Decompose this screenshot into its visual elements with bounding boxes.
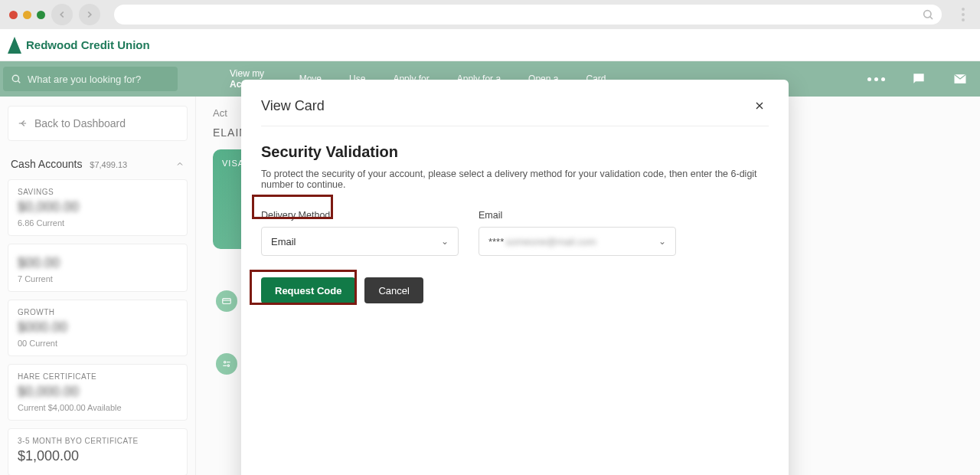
- mail-icon[interactable]: [952, 71, 968, 87]
- email-blurred-part: someone@mail.com: [505, 236, 596, 247]
- account-sub: 6.86 Current: [18, 218, 178, 228]
- account-name: GROWTH: [18, 308, 178, 316]
- svg-point-4: [227, 365, 229, 366]
- account-card[interactable]: 3-5 MONTH BYO CERTIFICATE $1,000.00: [8, 428, 188, 475]
- cash-total: $7,499.13: [90, 160, 127, 169]
- chat-icon[interactable]: [911, 71, 926, 87]
- email-masked: ****: [488, 236, 504, 247]
- security-heading: Security Validation: [261, 143, 769, 161]
- minimize-window-icon[interactable]: [23, 11, 31, 19]
- chevron-down-icon: ⌄: [441, 236, 449, 247]
- back-button[interactable]: [51, 4, 73, 25]
- cancel-button[interactable]: Cancel: [364, 277, 423, 303]
- brand-logo[interactable]: Redwood Credit Union: [8, 37, 150, 54]
- back-to-dashboard[interactable]: Back to Dashboard: [8, 106, 188, 141]
- email-label: Email: [479, 210, 676, 221]
- window-controls: [9, 11, 45, 19]
- svg-point-3: [224, 362, 226, 363]
- account-card[interactable]: HARE CERTIFICATE $0,000.00 Current $4,00…: [8, 364, 188, 421]
- sidebar: Back to Dashboard Cash Accounts $7,499.1…: [0, 97, 196, 475]
- cash-label: Cash Accounts: [11, 158, 82, 170]
- account-sub: 00 Current: [18, 339, 178, 348]
- address-bar[interactable]: [114, 5, 942, 25]
- account-balance: $000.00: [18, 319, 178, 336]
- svg-point-0: [924, 11, 931, 18]
- chevron-up-icon: [175, 159, 185, 169]
- close-icon[interactable]: [750, 97, 769, 115]
- cash-accounts-header[interactable]: Cash Accounts $7,499.13: [8, 152, 188, 179]
- arrow-left-icon: [18, 118, 28, 129]
- view-card-modal: View Card Security Validation To protect…: [241, 80, 789, 475]
- back-label: Back to Dashboard: [34, 117, 126, 129]
- brand-bar: Redwood Credit Union: [0, 29, 980, 61]
- browser-menu-icon[interactable]: [956, 8, 971, 21]
- delivery-method-select[interactable]: Email ⌄: [261, 227, 459, 256]
- close-window-icon[interactable]: [9, 11, 18, 19]
- account-balance: $0,000.00: [18, 199, 178, 215]
- chevron-down-icon: ⌄: [658, 236, 666, 247]
- account-card[interactable]: $00.00 7 Current: [8, 244, 188, 292]
- svg-point-1: [12, 75, 18, 81]
- card-settings-icon[interactable]: [216, 353, 237, 375]
- account-sub: 7 Current: [18, 274, 178, 283]
- delivery-method-value: Email: [271, 236, 296, 247]
- brand-name: Redwood Credit Union: [26, 38, 150, 51]
- delivery-method-field: Delivery Method Email ⌄: [261, 210, 459, 256]
- account-balance: $0,000.00: [18, 384, 178, 400]
- account-balance: $00.00: [18, 255, 178, 271]
- account-card[interactable]: GROWTH $000.00 00 Current: [8, 300, 188, 356]
- account-name: HARE CERTIFICATE: [18, 372, 178, 381]
- request-code-button[interactable]: Request Code: [261, 277, 355, 303]
- account-balance: $1,000.00: [18, 448, 178, 464]
- site-search[interactable]: What are you looking for?: [3, 67, 178, 91]
- modal-title: View Card: [261, 98, 325, 114]
- maximize-window-icon[interactable]: [37, 11, 45, 19]
- email-select[interactable]: ****someone@mail.com ⌄: [479, 227, 676, 256]
- account-sub: Current $4,000.00 Available: [18, 403, 178, 412]
- more-menu-icon[interactable]: [867, 77, 885, 81]
- forward-button[interactable]: [79, 4, 100, 25]
- account-name: 3-5 MONTH BYO CERTIFICATE: [18, 437, 178, 445]
- account-card[interactable]: SAVINGS $0,000.00 6.86 Current: [8, 179, 188, 236]
- email-field: Email ****someone@mail.com ⌄: [479, 210, 676, 256]
- search-icon: [922, 8, 934, 21]
- delivery-method-label: Delivery Method: [261, 210, 459, 221]
- card-action-icon[interactable]: [216, 290, 237, 312]
- browser-chrome: [0, 0, 980, 29]
- search-icon: [11, 74, 21, 84]
- svg-rect-2: [223, 299, 231, 304]
- brand-logo-icon: [8, 37, 21, 54]
- account-name: SAVINGS: [18, 188, 178, 196]
- security-description: To protect the security of your account,…: [261, 169, 769, 190]
- site-search-placeholder: What are you looking for?: [28, 74, 141, 85]
